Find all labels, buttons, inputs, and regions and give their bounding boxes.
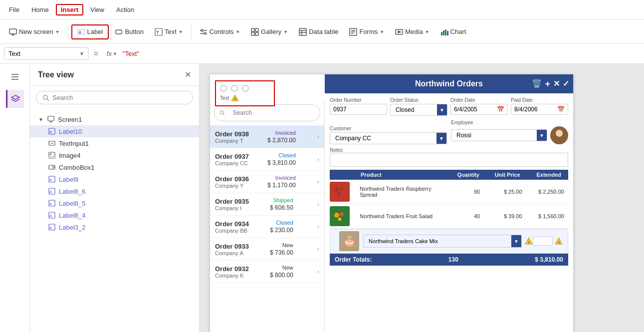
order-number: Order 0935 <box>215 198 249 205</box>
data-table-button[interactable]: Data table <box>294 25 343 38</box>
tree-item-label10[interactable]: A Label10 <box>30 125 199 137</box>
label-button-label: Label <box>87 28 103 35</box>
order-item-0932[interactable]: Order 0932 Company K New $ 800.00 › <box>210 261 324 283</box>
gallery-button[interactable]: Gallery ▼ <box>246 25 293 38</box>
add-icon[interactable]: + <box>545 79 550 89</box>
canvas: Text ! Order 0 <box>200 64 644 332</box>
menu-view[interactable]: View <box>85 4 109 15</box>
order-status-dropdown-arrow[interactable]: ▼ <box>437 104 447 115</box>
employee-input[interactable]: Rossi ▼ <box>451 129 547 141</box>
sidebar <box>0 64 30 332</box>
order-item-0936[interactable]: Order 0936 Company Y Invoiced $ 1,170.00… <box>210 171 324 193</box>
new-product-dropdown[interactable]: Northwind Traders Cake Mix ▼ <box>363 235 522 248</box>
new-product-input-group: Northwind Traders Cake Mix ▼ ! <box>363 235 533 248</box>
sidebar-layers-icon[interactable] <box>6 90 24 108</box>
svg-point-8 <box>201 29 203 31</box>
new-screen-button[interactable]: New screen ▼ <box>4 25 65 38</box>
notes-row: Notes <box>325 147 573 170</box>
label-button[interactable]: A Label <box>71 24 109 39</box>
forms-chevron: ▼ <box>380 29 384 34</box>
notes-label: Notes <box>330 147 568 153</box>
button-icon <box>115 28 123 36</box>
tree-panel: Tree view ✕ ▼ Screen1 A Label10 <box>30 64 200 332</box>
close-icon[interactable]: ✕ <box>553 79 560 89</box>
order-company: Company Y <box>215 183 249 189</box>
data-table-icon <box>299 28 307 36</box>
formula-selector[interactable]: Text ▼ <box>4 47 89 60</box>
paid-date-input[interactable]: 8/4/2006 📅 <box>511 104 568 115</box>
main-layout: Tree view ✕ ▼ Screen1 A Label10 <box>0 64 644 332</box>
customer-input[interactable]: Company CC ▼ <box>330 132 447 144</box>
product-ext-2: $ 1,560.00 <box>526 213 568 219</box>
new-product-qty-input[interactable] <box>533 237 553 246</box>
menu-file[interactable]: File <box>4 4 24 15</box>
label-node-icon3: A <box>48 187 56 195</box>
tree-item-label3-2[interactable]: A Label3_2 <box>30 221 199 233</box>
svg-point-65 <box>553 138 565 144</box>
tree-item-combobox1[interactable]: ▾ ComboBox1 <box>30 161 199 173</box>
order-chevron: › <box>317 156 319 163</box>
tree-item-image4[interactable]: Image4 <box>30 149 199 161</box>
search-input[interactable] <box>52 94 187 101</box>
delete-icon[interactable]: 🗑️ <box>532 79 542 89</box>
tree-item-label9[interactable]: A Label9 <box>30 173 199 185</box>
tree-title: Tree view <box>38 70 74 79</box>
sidebar-menu-icon[interactable] <box>6 68 24 86</box>
order-item-0935[interactable]: Order 0935 Company I Shipped $ 606.50 › <box>210 193 324 216</box>
tree-close-button[interactable]: ✕ <box>185 70 191 79</box>
warning-icon-2: ! <box>525 237 533 245</box>
employee-dropdown-arrow[interactable]: ▼ <box>537 130 547 141</box>
order-status: Invoiced <box>275 175 296 181</box>
product-qty-2: 40 <box>442 213 484 219</box>
tree-item-label8-6[interactable]: A Label8_6 <box>30 185 199 197</box>
order-amount: $ 3,810.00 <box>267 159 296 166</box>
employee-label: Employee <box>451 120 568 125</box>
label-node-icon6: A <box>48 223 56 231</box>
product-row-1[interactable]: Northwind Traders Raspberry Spread 90 $ … <box>330 180 568 204</box>
chart-button[interactable]: Chart <box>435 25 471 38</box>
menu-home[interactable]: Home <box>26 4 54 15</box>
button-toolbar-btn[interactable]: Button <box>110 25 149 38</box>
paid-date-label: Paid Date <box>511 97 568 103</box>
svg-marker-27 <box>398 31 401 33</box>
menu-action[interactable]: Action <box>111 4 139 15</box>
order-status-input[interactable]: Closed ▼ <box>390 104 447 116</box>
combobox-node-icon: ▾ <box>48 163 56 171</box>
formula-fx-button[interactable]: fx ▼ <box>103 48 121 59</box>
tree-item-label8-4[interactable]: A Label8_4 <box>30 209 199 221</box>
order-item-0934[interactable]: Order 0934 Company BB Closed $ 230.00 › <box>210 216 324 238</box>
menu-insert[interactable]: Insert <box>56 4 83 15</box>
order-company: Company A <box>215 250 249 256</box>
tree-item-textinput1[interactable]: TextInput1 <box>30 137 199 149</box>
new-product-arrow[interactable]: ▼ <box>511 235 521 248</box>
order-chevron: › <box>317 133 319 140</box>
order-date-input[interactable]: 6/4/2005 📅 <box>450 104 508 115</box>
order-item-0938[interactable]: Order 0938 Company T Invoiced $ 2,870.00… <box>210 126 324 148</box>
order-number-label: Order Number <box>330 97 387 103</box>
check-icon[interactable]: ✓ <box>563 79 569 89</box>
svg-rect-5 <box>116 30 122 34</box>
order-date-label: Order Date <box>450 97 508 103</box>
fx-italic: fx <box>107 50 112 57</box>
text-toolbar-btn[interactable]: T Text ▼ <box>150 25 188 38</box>
tree-item-label8-5[interactable]: A Label8_5 <box>30 197 199 209</box>
order-amount: $ 230.00 <box>270 227 293 234</box>
tree-item-screen1[interactable]: ▼ Screen1 <box>30 113 199 125</box>
order-item-0937[interactable]: Order 0937 Company CC Closed $ 3,810.00 … <box>210 148 324 171</box>
svg-text:!: ! <box>558 240 560 245</box>
customer-dropdown-arrow[interactable]: ▼ <box>436 133 446 144</box>
orders-search-input[interactable] <box>228 107 315 119</box>
controls-button[interactable]: Controls ▼ <box>195 25 245 38</box>
paid-date-group: Paid Date 8/4/2006 📅 <box>511 97 568 116</box>
notes-input[interactable] <box>330 153 568 167</box>
product-row-2[interactable]: Northwind Traders Fruit Salad 40 $ 39.00… <box>330 204 568 229</box>
selected-element[interactable]: Text ! <box>215 80 275 106</box>
forms-button[interactable]: Forms ▼ <box>344 25 389 38</box>
svg-rect-18 <box>299 28 306 35</box>
media-button[interactable]: Media ▼ <box>390 25 434 38</box>
handle-2 <box>231 85 238 92</box>
label-node-icon: A <box>48 127 56 135</box>
order-status-label: Order Status <box>390 97 447 103</box>
svg-line-63 <box>223 114 224 115</box>
order-item-0933[interactable]: Order 0933 Company A New $ 736.00 › <box>210 238 324 261</box>
